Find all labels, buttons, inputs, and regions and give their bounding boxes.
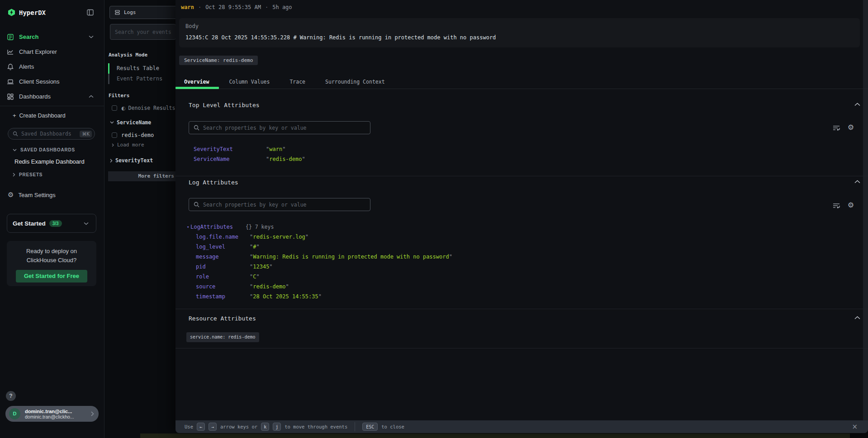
attribute-row: ServiceName "redis-demo" [175, 154, 859, 164]
gear-icon: ⚙ [8, 191, 14, 199]
laptop-icon [7, 78, 14, 85]
wrap-lines-icon[interactable] [833, 125, 840, 131]
event-detail-panel: warn · Oct 28 9:55:35 AM · 5h ago Body 1… [175, 0, 868, 433]
bell-icon [7, 63, 14, 71]
section-divider [175, 309, 868, 309]
collapse-section-icon[interactable] [854, 180, 860, 184]
search-icon [194, 202, 199, 207]
keys-count: {} 7 keys [246, 224, 274, 230]
sidebar-item-label: Alerts [19, 63, 94, 70]
plus-icon: + [13, 112, 16, 119]
user-menu[interactable]: D dominic.tran@clic... dominic.tran@clic… [5, 406, 99, 422]
chevron-down-icon [110, 121, 114, 124]
property-search-input[interactable] [203, 125, 365, 131]
event-age: 5h ago [272, 4, 292, 10]
attribute-row: pid "12345" [175, 262, 859, 272]
sidebar-item-label: Chart Explorer [19, 48, 94, 55]
attribute-row: log.file.name "redis-server.log" [175, 232, 859, 242]
event-body-card: Body 12345:C 28 Oct 2025 14:55:35.228 # … [179, 18, 860, 47]
cmd-k-shortcut: ⌘K [80, 131, 92, 137]
log-attributes-property-search[interactable] [189, 198, 370, 211]
more-filters-button[interactable]: More filters [108, 171, 180, 181]
property-search-input[interactable] [203, 202, 365, 208]
avatar: D [9, 408, 20, 419]
sidebar-item-dashboards[interactable]: Dashboards [0, 89, 104, 104]
j-key[interactable]: j [273, 423, 281, 431]
close-icon[interactable]: × [852, 423, 858, 431]
sidebar-item-client-sessions[interactable]: Client Sessions [0, 74, 104, 89]
event-search-bar[interactable] [110, 24, 176, 40]
help-button[interactable]: ? [6, 391, 16, 401]
hyperdx-logo-icon [8, 9, 15, 16]
tab-surrounding-context[interactable]: Surrounding Context [315, 75, 395, 89]
esc-key[interactable]: ESC [362, 423, 378, 431]
user-email: dominic.tran@clickho... [25, 414, 91, 419]
body-label: Body [185, 23, 854, 29]
scrollbar[interactable] [863, 0, 868, 420]
clickhouse-cloud-promo: Ready to deploy on ClickHouse Cloud? Get… [7, 241, 96, 286]
chevron-right-icon [110, 159, 113, 163]
sidebar-item-label: Search [19, 33, 89, 40]
wrap-lines-icon[interactable] [833, 203, 840, 209]
log-attributes-tree: ▾ LogAttributes {} 7 keys log.file.name … [175, 222, 859, 301]
section-title-log-attributes: Log Attributes [189, 179, 238, 186]
saved-search-placeholder: Saved Dashboards [21, 131, 80, 137]
attribute-row: log_level "#" [175, 242, 859, 252]
section-divider [175, 348, 868, 349]
sidebar-nav: Search Chart Explorer [0, 29, 104, 104]
section-title-resource-attributes: Resource Attributes [189, 315, 256, 322]
sidebar-item-search[interactable]: Search [0, 29, 104, 44]
section-divider [175, 176, 868, 176]
sidebar-dashboard-redis-example[interactable]: Redis Example Dashboard [14, 158, 104, 165]
body-text: 12345:C 28 Oct 2025 14:55:35.228 # Warni… [185, 34, 854, 41]
service-tag[interactable]: ServiceName: redis-demo [179, 56, 258, 65]
brand-title: HyperDX [19, 9, 87, 16]
chevron-right-icon [112, 143, 114, 147]
denoise-icon: ◐ [121, 105, 126, 111]
hyperdx-app: HyperDX Search [0, 0, 868, 438]
tab-trace[interactable]: Trace [280, 75, 315, 89]
get-started-free-button[interactable]: Get Started for Free [16, 270, 87, 283]
top-level-property-search[interactable] [189, 121, 370, 134]
create-dashboard-button[interactable]: + Create Dashboard [13, 112, 104, 119]
footer-divider [355, 422, 355, 431]
list-search-icon [7, 33, 14, 41]
sidebar-divider [0, 106, 104, 106]
severity-badge: warn [181, 4, 194, 10]
log-attributes-root-row: ▾ LogAttributes {} 7 keys [175, 222, 859, 232]
get-started-accordion[interactable]: Get Started 3/3 [7, 214, 96, 233]
gear-icon[interactable]: ⚙ [848, 202, 854, 209]
tab-overview[interactable]: Overview [175, 75, 219, 89]
chevron-down-icon [84, 222, 89, 225]
chart-icon [7, 48, 14, 56]
panel-footer: Use ← → arrow keys or k j to move throug… [175, 420, 868, 433]
database-icon [114, 9, 120, 15]
gear-icon[interactable]: ⚙ [848, 124, 854, 131]
sidebar-item-chart-explorer[interactable]: Chart Explorer [0, 44, 104, 59]
attribute-row: role "C" [175, 272, 859, 282]
source-selector-logs[interactable]: Logs [109, 6, 177, 19]
sidebar-toggle-icon[interactable] [87, 9, 94, 16]
arrow-left-key[interactable]: ← [197, 423, 205, 431]
search-icon [194, 125, 199, 131]
tab-column-values[interactable]: Column Values [219, 75, 280, 89]
user-name: dominic.tran@clic... [25, 409, 91, 414]
checkbox[interactable] [112, 132, 117, 138]
caret-down-icon[interactable]: ▾ [187, 225, 190, 229]
sidebar-item-alerts[interactable]: Alerts [0, 59, 104, 74]
saved-dashboards-group[interactable]: SAVED DASHBOARDS [13, 147, 104, 152]
collapse-section-icon[interactable] [854, 316, 860, 320]
detail-tabs: Overview Column Values Trace Surrounding… [175, 75, 868, 89]
attribute-row: timestamp "28 Oct 2025 14:55:35" [175, 292, 859, 301]
saved-dashboards-search[interactable]: Saved Dashboards ⌘K [8, 128, 95, 140]
event-search-input[interactable] [115, 29, 171, 35]
checkbox[interactable] [112, 105, 117, 111]
arrow-right-key[interactable]: → [209, 423, 217, 431]
k-key[interactable]: k [261, 423, 269, 431]
event-header: warn · Oct 28 9:55:35 AM · 5h ago [181, 4, 292, 10]
collapse-section-icon[interactable] [854, 103, 860, 106]
resource-service-tag[interactable]: service.name: redis-demo [186, 332, 259, 342]
presets-group[interactable]: PRESETS [13, 172, 104, 177]
team-settings-button[interactable]: ⚙ Team Settings [8, 191, 104, 199]
attribute-row: message "Warning: Redis is running in pr… [175, 252, 859, 262]
